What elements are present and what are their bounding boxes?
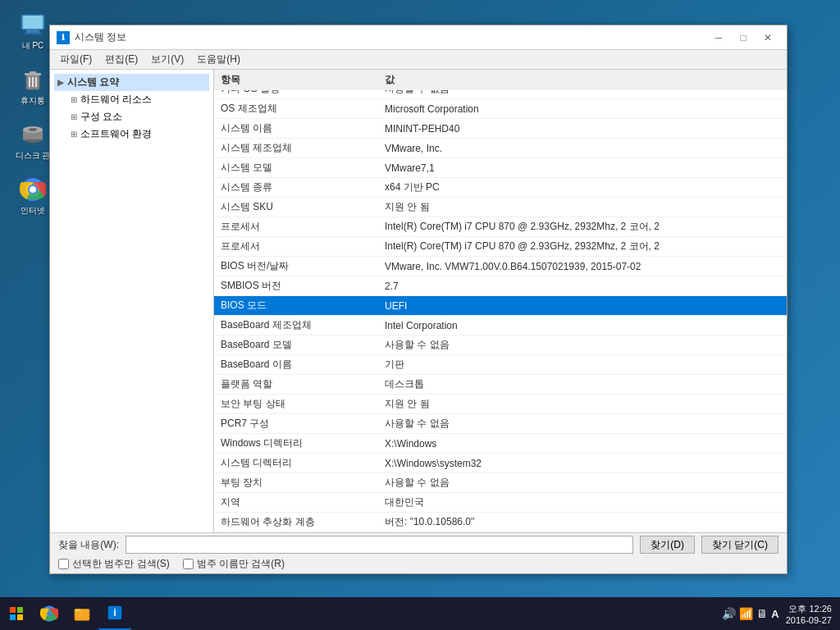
system-info-table: 항목 값 OS 이름Microsoft Windows 10 Education… — [214, 70, 787, 532]
search-bar: 찾을 내용(W): 찾기(D) 찾기 닫기(C) 선택한 범주만 검색(S) 범… — [50, 532, 787, 573]
table-cell-key: 지역 — [214, 493, 378, 513]
table-row[interactable]: 시스템 모델VMware7,1 — [214, 158, 787, 178]
table-cell-val: 사용할 수 없음 — [378, 336, 787, 355]
menu-view[interactable]: 보기(V) — [144, 51, 190, 68]
table-cell-val: UEFI — [378, 296, 787, 316]
search-input[interactable] — [126, 536, 633, 554]
close-button[interactable]: ✕ — [756, 30, 780, 46]
table-cell-val: 지원 안 됨 — [378, 395, 787, 414]
taskbar-clock[interactable]: 오후 12:26 2016-09-27 — [786, 603, 832, 625]
table-row[interactable]: Windows 디렉터리X:\Windows — [214, 434, 787, 454]
table-row[interactable]: 시스템 종류x64 기반 PC — [214, 178, 787, 198]
table-cell-val: 데스크톱 — [378, 375, 787, 395]
tray-lang-label[interactable]: A — [771, 608, 778, 620]
tray-icons: 🔊 📶 🖥 A — [722, 607, 778, 620]
table-cell-val: Intel Corporation — [378, 316, 787, 336]
taskbar-right: 🔊 📶 🖥 A 오후 12:26 2016-09-27 — [722, 603, 840, 625]
menubar: 파일(F) 편집(E) 보기(V) 도움말(H) — [50, 50, 787, 70]
checkbox-category-only[interactable]: 선택한 범주만 검색(S) — [58, 557, 170, 571]
recycle-bin-label: 휴지통 — [21, 95, 45, 107]
info-table[interactable]: 항목 값 OS 이름Microsoft Windows 10 Education… — [214, 70, 787, 532]
table-cell-val: VMware7,1 — [378, 158, 787, 178]
taskbar-sysinfo[interactable]: i — [98, 597, 131, 630]
tray-volume-icon[interactable]: 📶 — [739, 607, 753, 620]
checkboxes-row: 선택한 범주만 검색(S) 범주 이름만 검색(R) — [58, 557, 778, 571]
table-cell-val: Intel(R) Core(TM) i7 CPU 870 @ 2.93GHz, … — [378, 237, 787, 257]
table-cell-val: 지원 안 됨 — [378, 198, 787, 217]
table-cell-val: VMware, Inc. VMW71.00V.0.B64.1507021939,… — [378, 257, 787, 276]
find-close-button[interactable]: 찾기 닫기(C) — [701, 536, 778, 554]
table-row[interactable]: 프로세서Intel(R) Core(TM) i7 CPU 870 @ 2.93G… — [214, 237, 787, 257]
tray-network-icon[interactable]: 🔊 — [722, 607, 736, 620]
table-row[interactable]: BaseBoard 모델사용할 수 없음 — [214, 336, 787, 355]
maximize-button[interactable]: □ — [731, 30, 756, 46]
minimize-button[interactable]: ─ — [706, 30, 731, 46]
table-row[interactable]: 플랫폼 역할데스크톱 — [214, 375, 787, 395]
find-button[interactable]: 찾기(D) — [640, 536, 695, 554]
checkbox-name-input[interactable] — [183, 559, 194, 569]
table-row[interactable]: BIOS 모드UEFI — [214, 296, 787, 316]
table-row[interactable]: BaseBoard 제조업체Intel Corporation — [214, 316, 787, 336]
svg-point-13 — [29, 128, 37, 131]
table-row[interactable]: SMBIOS 버전2.7 — [214, 276, 787, 296]
sidebar-item-software[interactable]: ⊞ 소프트웨어 환경 — [54, 126, 209, 143]
table-cell-val: X:\Windows — [378, 434, 787, 454]
search-row: 찾을 내용(W): 찾기(D) 찾기 닫기(C) — [58, 536, 778, 554]
table-cell-key: 시스템 모델 — [214, 158, 378, 178]
expand-icon-components: ⊞ — [71, 112, 77, 121]
table-row[interactable]: 시스템 제조업체VMware, Inc. — [214, 139, 787, 158]
table-row[interactable]: 보안 부팅 상태지원 안 됨 — [214, 395, 787, 414]
table-cell-key: 플랫폼 역할 — [214, 375, 378, 395]
col-header-key: 항목 — [214, 70, 378, 91]
table-cell-key: 하드웨어 추상화 계층 — [214, 513, 378, 532]
svg-rect-20 — [10, 614, 16, 620]
table-row[interactable]: 지역대한민국 — [214, 493, 787, 513]
svg-rect-6 — [30, 71, 36, 74]
table-cell-val: 사용할 수 없음 — [378, 473, 787, 493]
table-row[interactable]: 시스템 이름MININT-PEHD40 — [214, 119, 787, 139]
table-row[interactable]: 부팅 장치사용할 수 없음 — [214, 473, 787, 493]
sidebar: ▶ 시스템 요약 ⊞ 하드웨어 리소스 ⊞ 구성 요소 ⊞ 소프트웨어 환경 — [50, 70, 214, 532]
table-row[interactable]: 시스템 SKU지원 안 됨 — [214, 198, 787, 217]
table-row[interactable]: PCR7 구성사용할 수 없음 — [214, 414, 787, 434]
taskbar-explorer[interactable] — [66, 597, 98, 630]
sidebar-item-summary[interactable]: ▶ 시스템 요약 — [54, 74, 209, 91]
menu-help[interactable]: 도움말(H) — [190, 51, 247, 68]
table-cell-val: VMware, Inc. — [378, 139, 787, 158]
col-header-val: 값 — [378, 70, 787, 91]
svg-point-17 — [30, 186, 36, 193]
table-row[interactable]: BaseBoard 이름기판 — [214, 355, 787, 375]
table-cell-key: BaseBoard 이름 — [214, 355, 378, 375]
table-row[interactable]: 프로세서Intel(R) Core(TM) i7 CPU 870 @ 2.93G… — [214, 217, 787, 237]
table-cell-key: BaseBoard 모델 — [214, 336, 378, 355]
disk-mgmt-label: 디스크 관 — [16, 150, 51, 162]
desktop: 내 PC 휴지통 — [0, 0, 840, 630]
table-row[interactable]: 시스템 디렉터리X:\Windows\system32 — [214, 454, 787, 473]
table-cell-val: Microsoft Corporation — [378, 99, 787, 119]
table-cell-key: 시스템 이름 — [214, 119, 378, 139]
taskbar-chrome[interactable] — [33, 597, 66, 630]
svg-point-24 — [47, 611, 52, 616]
info-panel: 항목 값 OS 이름Microsoft Windows 10 Education… — [214, 70, 787, 532]
table-row[interactable]: OS 제조업체Microsoft Corporation — [214, 99, 787, 119]
tray-battery-icon[interactable]: 🖥 — [756, 607, 768, 620]
sidebar-item-hardware[interactable]: ⊞ 하드웨어 리소스 — [54, 91, 209, 108]
svg-rect-3 — [23, 16, 43, 29]
menu-edit[interactable]: 편집(E) — [98, 51, 144, 68]
table-cell-val: 버전: "10.0.10586.0" — [378, 513, 787, 532]
table-row[interactable]: 하드웨어 추상화 계층버전: "10.0.10586.0" — [214, 513, 787, 532]
table-cell-val: X:\Windows\system32 — [378, 454, 787, 473]
table-cell-key: BaseBoard 제조업체 — [214, 316, 378, 336]
sidebar-item-components[interactable]: ⊞ 구성 요소 — [54, 108, 209, 126]
menu-file[interactable]: 파일(F) — [53, 51, 98, 68]
chrome-label: 인터넷 — [21, 205, 45, 217]
start-button[interactable] — [0, 597, 33, 630]
checkbox-category-input[interactable] — [58, 559, 69, 569]
table-cell-key: 보안 부팅 상태 — [214, 395, 378, 414]
checkbox-name-only[interactable]: 범주 이름만 검색(R) — [183, 557, 285, 571]
table-cell-key: PCR7 구성 — [214, 414, 378, 434]
table-row[interactable]: BIOS 버전/날짜VMware, Inc. VMW71.00V.0.B64.1… — [214, 257, 787, 276]
svg-rect-18 — [10, 607, 16, 613]
svg-rect-1 — [26, 30, 39, 33]
svg-rect-19 — [17, 607, 23, 613]
